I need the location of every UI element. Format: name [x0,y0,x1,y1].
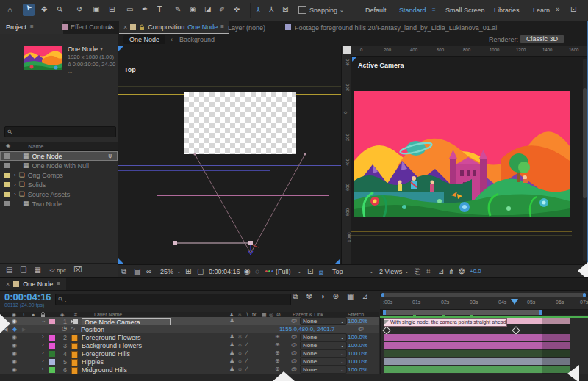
project-row-orig-comps[interactable]: › ❏ Orig Comps [0,170,118,180]
shy-switch[interactable]: ♟ [229,350,234,356]
twirl-icon[interactable]: › [14,173,16,178]
resolution-caret-icon[interactable]: ⌄ [297,269,302,275]
eye-icon[interactable]: ◉ [12,335,17,341]
parent-select[interactable]: None⌄ [300,333,347,341]
tab-layer[interactable]: Layer (none) [228,24,265,32]
stretch-value[interactable]: 100.0% [348,334,368,341]
region-of-interest-icon[interactable]: ⊡ [307,268,313,275]
preview-caret-icon[interactable]: ▾ [100,46,103,52]
layer-bar-hippies[interactable] [384,358,570,365]
shy-switch[interactable]: ♟ [229,366,234,372]
quality-switch[interactable]: ∕ [246,334,247,340]
timeline-graph-area[interactable]: With single node, the camera points stra… [380,318,588,374]
project-row-source-assets[interactable]: › ❏ Source Assets [0,189,118,199]
stretch-value[interactable]: 100.0% [348,358,368,365]
layer-row-hippies[interactable]: ◉ › 5 Hippies ♟ ☼ ∕ ⊕ @ None⌄ 100.0% [0,358,379,366]
collapse-switch[interactable]: ☼ [237,358,243,364]
viewport-top-view[interactable]: Top [118,46,341,264]
zoom-caret-icon[interactable]: ⌄ [176,269,182,275]
shy-switch[interactable]: ♟ [229,318,234,324]
home-tool-icon[interactable]: ⌂ [7,6,12,14]
monitor-icon[interactable]: ▤ [134,268,140,275]
keyframe-toggle-icon[interactable]: ◆ [12,326,17,333]
tab-project[interactable]: Project ≡ [0,21,63,34]
item-label-swatch[interactable] [4,201,10,206]
stretch-value[interactable]: 100.0% [348,366,368,373]
twirl-icon[interactable]: ⌄ [41,318,46,324]
three-d-switch[interactable]: ⊕ [275,350,280,356]
twirl-icon[interactable]: › [42,358,44,364]
layer-row-foreground-hills[interactable]: ◉ › 4 Foreground Hills ♟ ☼ ∕ ⊕ @ None⌄ 1… [0,349,379,358]
layer-name[interactable]: Hippies [82,358,104,366]
item-label-swatch[interactable] [4,173,10,178]
breadcrumb-layer[interactable]: Background [179,36,215,43]
world-axis-mode-icon[interactable]: ⅄ [269,6,273,13]
share-view-icon[interactable]: ⎘ [415,268,420,275]
project-row-one-node[interactable]: ▦ One Node ⋔ [0,151,118,161]
stretch-value[interactable]: 100.0% [348,350,368,357]
viewer-timecode[interactable]: 0:00:04:16 [209,268,240,275]
horizontal-ruler[interactable]: 0 200 400 600 800 1000 1200 1400 1600 [351,46,588,57]
rotate-tool-icon[interactable]: ↺ [76,6,82,13]
puppet-pin-tool-icon[interactable]: ✜ [234,6,240,13]
brush-tool-icon[interactable]: ✎ [175,6,181,13]
layer-name[interactable]: Foreground Hills [82,350,130,358]
workspace-libraries[interactable]: Libraries [494,7,520,14]
trash-icon[interactable]: ⌧ [74,266,82,274]
layer-row-camera[interactable]: ◉ ⌄ 1 One Node Camera ♟ @ None⌄ 100.0% [0,317,379,325]
layer-name-column-header[interactable]: Layer Name [94,312,122,317]
always-preview-icon[interactable]: ⧉ [121,268,126,275]
project-preview-name[interactable]: One Node [68,46,98,53]
work-area-bar[interactable] [383,310,542,315]
stretch-value[interactable]: 100.0% [348,318,368,324]
tab-footage[interactable]: Footage foreground hills 20/Fantasy_land… [295,24,497,32]
renderer-button[interactable]: Classic 3D [520,35,564,43]
fast-previews-icon[interactable]: ⊿ [438,268,444,275]
selection-tool-icon[interactable]: ➤ [23,4,35,16]
timeline-panel-menu-icon[interactable]: ≡ [57,281,60,287]
view-layout-select[interactable]: 2 Views [379,268,402,275]
playhead-marker[interactable] [511,299,518,308]
graph-toggle-icon[interactable]: ∿ [71,326,76,332]
parent-select[interactable]: None⌄ [300,366,347,374]
exposure-gear-icon[interactable]: ❂ [459,268,465,275]
mini-flowchart-icon[interactable]: ⋔ [448,268,454,275]
draft-3d-icon[interactable]: ❆ [306,293,312,300]
workspace-standard[interactable]: Standard [399,7,426,14]
transparent-layer-plane[interactable] [184,92,296,154]
snapping-options-caret-icon[interactable]: ⌄ [340,7,344,12]
grid-guides-icon[interactable]: ⊞ [185,268,191,275]
composition-mini-flowchart-icon[interactable]: ⧉ [293,293,298,300]
three-d-switch[interactable]: ⊕ [275,342,280,348]
shy-switch[interactable]: ♟ [229,342,234,348]
quality-switch[interactable]: ∕ [246,342,247,348]
item-label-swatch[interactable] [4,153,10,159]
viewport-active-camera[interactable]: 0 200 400 600 800 1000 1200 1400 1600 Ac… [351,46,588,264]
exposure-value[interactable]: +0.0 [470,268,481,275]
clone-stamp-tool-icon[interactable]: ◉ [190,6,196,13]
label-column-icon[interactable]: ◈ [6,143,10,149]
camera-frustum[interactable] [118,46,341,264]
work-area-start-handle[interactable] [383,310,386,315]
eraser-tool-icon[interactable]: ◪ [204,6,211,13]
view-select[interactable]: Top [332,268,343,275]
layer-row-background-flowers[interactable]: ◉ › 3 Background Flowers ♟ ☼ ∕ ⊕ @ None⌄… [0,341,379,349]
layer-bar-background-flowers[interactable] [384,342,570,349]
layer-label-swatch[interactable] [49,335,55,341]
type-tool-icon[interactable]: T [157,6,162,13]
vertical-scrollbar[interactable] [583,59,587,261]
item-label-swatch[interactable] [4,182,10,187]
mask-visibility-icon[interactable]: ▢ [197,268,204,275]
collapse-switch[interactable]: ☼ [237,350,243,356]
parent-pickwhip-icon[interactable]: @ [291,342,297,348]
work-area-end-handle[interactable] [539,310,542,315]
parent-pickwhip-icon[interactable]: @ [291,334,297,340]
layer-row-midground-hills[interactable]: ◉ › 6 Midground Hills ♟ ☼ ∕ ⊕ @ None⌄ 10… [0,366,379,374]
next-keyframe-icon[interactable]: ▶ [22,327,26,332]
layer-bar-foreground-flowers[interactable] [384,334,570,341]
parent-select[interactable]: None⌄ [300,317,347,325]
twirl-icon[interactable]: › [42,342,44,348]
view-select-caret-icon[interactable]: ⌄ [369,269,374,275]
layer-bar-midground-hills[interactable] [384,366,570,373]
layer-row-foreground-flowers[interactable]: ◉ › 2 Foreground Flowers ♟ ☼ ∕ ⊕ @ None⌄… [0,333,379,341]
